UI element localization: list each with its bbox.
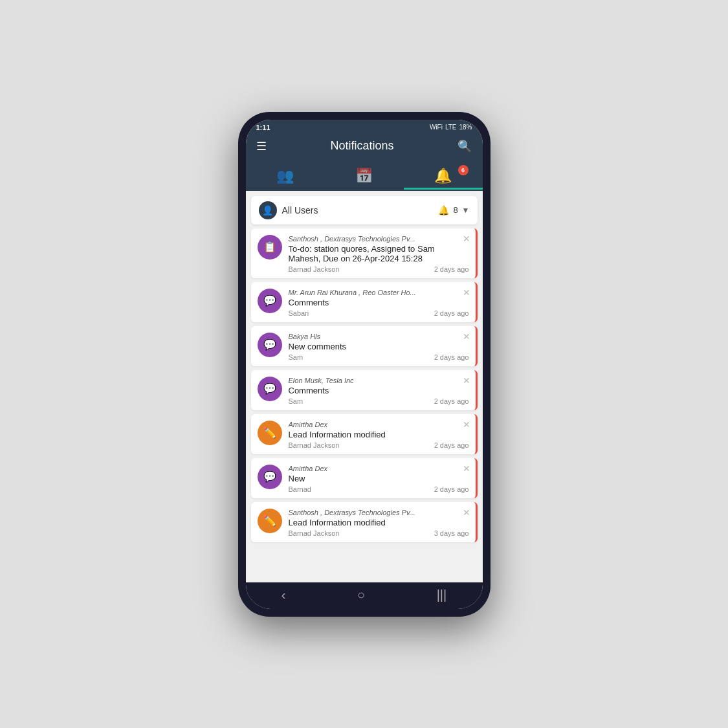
notif-time-7: 3 days ago [434, 529, 469, 537]
notif-footer-6: Barnad 2 days ago [289, 485, 469, 493]
notif-footer-3: Sam 2 days ago [289, 353, 469, 361]
notif-body-2: Mr. Arun Rai Khurana , Reo Oaster Ho... … [289, 289, 469, 317]
home-button[interactable]: ○ [357, 588, 365, 602]
nav-bar: ‹ ○ ||| [246, 582, 483, 609]
filter-right: 🔔 8 ▼ [438, 205, 469, 215]
notif-body-6: Amirtha Dex New Barnad 2 days ago [289, 465, 469, 493]
notif-name-7: Santhosh , Dextrasys Technologies Pv... [289, 509, 469, 516]
page-title: Notifications [330, 139, 393, 153]
notif-action-3: New comments [289, 342, 469, 351]
filter-left: 👤 All Users [259, 201, 318, 219]
close-button-5[interactable]: ✕ [463, 419, 470, 430]
notif-time-2: 2 days ago [434, 309, 469, 317]
status-icons: WiFi LTE 18% [430, 124, 472, 131]
notif-action-5: Lead Information modified [289, 430, 469, 439]
notification-item-6[interactable]: 💬 Amirtha Dex New Barnad 2 days ago ✕ [251, 458, 478, 498]
notif-name-2: Mr. Arun Rai Khurana , Reo Oaster Ho... [289, 289, 469, 296]
dropdown-arrow-icon[interactable]: ▼ [462, 206, 470, 215]
notif-user-4: Sam [289, 397, 303, 405]
notification-item-5[interactable]: ✏️ Amirtha Dex Lead Information modified… [251, 414, 478, 454]
notif-avatar-4: 💬 [258, 377, 282, 401]
notif-name-1: Santhosh , Dextrasys Technologies Pv... [289, 235, 469, 243]
comment-icon-3: 💬 [263, 338, 276, 351]
notif-avatar-3: 💬 [258, 333, 282, 357]
tab-calendar[interactable]: 📅 [325, 164, 404, 190]
notif-name-4: Elon Musk, Tesla Inc [289, 377, 469, 384]
notif-user-7: Barnad Jackson [289, 529, 340, 537]
status-bar: 1:11 WiFi LTE 18% [246, 120, 483, 134]
phone-frame: 1:11 WiFi LTE 18% ☰ Notifications 🔍 👥 📅 … [238, 112, 491, 617]
tab-notifications[interactable]: 🔔 6 [404, 164, 483, 190]
notif-user-1: Barnad Jackson [289, 265, 340, 273]
notif-name-6: Amirtha Dex [289, 465, 469, 472]
app-header: ☰ Notifications 🔍 [246, 134, 483, 160]
comment-icon-6: 💬 [263, 470, 276, 483]
notif-footer-2: Sabari 2 days ago [289, 309, 469, 317]
edit-icon-5: ✏️ [263, 426, 276, 439]
notif-time-1: 2 days ago [434, 265, 469, 273]
search-button[interactable]: 🔍 [458, 139, 472, 153]
notif-avatar-7: ✏️ [258, 509, 282, 533]
notif-time-5: 2 days ago [434, 441, 469, 449]
battery-level: 18% [459, 124, 472, 131]
notif-action-1: To-do: station quores, Assigned to Sam M… [289, 244, 469, 263]
recents-button[interactable]: ||| [437, 588, 447, 602]
menu-button[interactable]: ☰ [256, 139, 267, 153]
close-button-2[interactable]: ✕ [463, 287, 470, 298]
tab-users[interactable]: 👥 [246, 164, 325, 190]
close-button-4[interactable]: ✕ [463, 375, 470, 386]
notification-item-2[interactable]: 💬 Mr. Arun Rai Khurana , Reo Oaster Ho..… [251, 282, 478, 322]
users-icon: 👥 [276, 168, 294, 184]
status-time: 1:11 [256, 124, 270, 131]
filter-bar[interactable]: 👤 All Users 🔔 8 ▼ [251, 196, 478, 225]
filter-bell-icon: 🔔 [438, 205, 449, 215]
notif-body-4: Elon Musk, Tesla Inc Comments Sam 2 days… [289, 377, 469, 405]
notif-name-3: Bakya Hls [289, 333, 469, 340]
notif-avatar-2: 💬 [258, 289, 282, 313]
notif-time-3: 2 days ago [434, 353, 469, 361]
filter-label: All Users [282, 205, 318, 215]
notif-avatar-5: ✏️ [258, 421, 282, 445]
notif-avatar-1: 📋 [258, 235, 282, 259]
avatar-icon: 👤 [262, 205, 273, 215]
notif-avatar-6: 💬 [258, 465, 282, 489]
close-button-1[interactable]: ✕ [463, 234, 470, 244]
notif-action-2: Comments [289, 298, 469, 307]
close-button-6[interactable]: ✕ [463, 463, 470, 474]
notif-body-1: Santhosh , Dextrasys Technologies Pv... … [289, 235, 469, 273]
notif-body-3: Bakya Hls New comments Sam 2 days ago [289, 333, 469, 361]
notif-action-7: Lead Information modified [289, 518, 469, 527]
comment-icon-2: 💬 [263, 294, 276, 307]
notif-body-7: Santhosh , Dextrasys Technologies Pv... … [289, 509, 469, 537]
notification-item-3[interactable]: 💬 Bakya Hls New comments Sam 2 days ago … [251, 326, 478, 366]
close-button-7[interactable]: ✕ [463, 507, 470, 518]
calendar-icon: 📅 [355, 168, 373, 184]
notif-footer-4: Sam 2 days ago [289, 397, 469, 405]
notif-user-2: Sabari [289, 309, 309, 317]
tab-badge: 6 [458, 165, 469, 175]
notification-item-1[interactable]: 📋 Santhosh , Dextrasys Technologies Pv..… [251, 228, 478, 278]
notif-footer-7: Barnad Jackson 3 days ago [289, 529, 469, 537]
notification-list: 📋 Santhosh , Dextrasys Technologies Pv..… [246, 228, 483, 547]
notif-footer-1: Barnad Jackson 2 days ago [289, 265, 469, 273]
content-area: 👤 All Users 🔔 8 ▼ 📋 S [246, 191, 483, 582]
notif-user-6: Barnad [289, 485, 311, 493]
notif-user-3: Sam [289, 353, 303, 361]
todo-icon: 📋 [263, 241, 276, 253]
close-button-3[interactable]: ✕ [463, 331, 470, 342]
lte-icon: LTE [445, 124, 457, 131]
notif-time-4: 2 days ago [434, 397, 469, 405]
notif-time-6: 2 days ago [434, 485, 469, 493]
filter-avatar: 👤 [259, 201, 277, 219]
notif-action-6: New [289, 474, 469, 483]
edit-icon-7: ✏️ [263, 514, 276, 527]
wifi-icon: WiFi [430, 124, 443, 131]
notif-body-5: Amirtha Dex Lead Information modified Ba… [289, 421, 469, 449]
notification-item-7[interactable]: ✏️ Santhosh , Dextrasys Technologies Pv.… [251, 502, 478, 542]
bell-tab-icon: 🔔 [434, 168, 452, 184]
phone-screen: 1:11 WiFi LTE 18% ☰ Notifications 🔍 👥 📅 … [246, 120, 483, 609]
filter-count: 8 [453, 205, 458, 215]
back-button[interactable]: ‹ [281, 588, 286, 602]
notification-item-4[interactable]: 💬 Elon Musk, Tesla Inc Comments Sam 2 da… [251, 370, 478, 410]
notif-footer-5: Barnad Jackson 2 days ago [289, 441, 469, 449]
